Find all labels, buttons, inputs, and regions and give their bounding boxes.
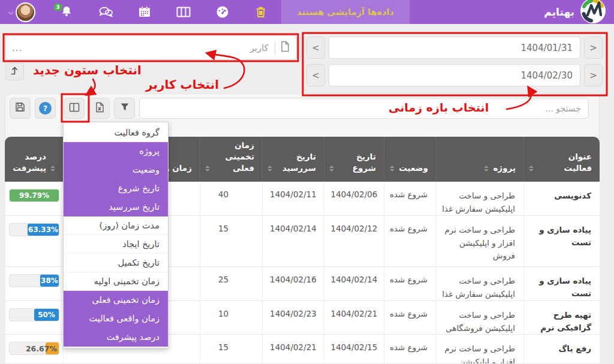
cell-status: شروع شده bbox=[384, 335, 436, 364]
sort-icon bbox=[205, 166, 210, 172]
progress-fill: 63.33% bbox=[28, 224, 59, 236]
progress-bar: 26.67% bbox=[9, 342, 59, 355]
column-menu-item[interactable]: زمان واقعی فعالیت bbox=[64, 309, 168, 328]
filter-icon bbox=[120, 103, 130, 114]
cell-title: پیاده سازی و تست bbox=[523, 216, 600, 266]
column-menu-item[interactable]: تاریخ تکمیل bbox=[64, 254, 168, 272]
calendar-icon bbox=[137, 5, 152, 19]
column-menu-item[interactable]: گروه فعالیت bbox=[64, 124, 168, 142]
board-button[interactable] bbox=[176, 5, 191, 19]
date-from-input[interactable] bbox=[329, 37, 580, 59]
progress-value: 50% bbox=[38, 311, 55, 319]
column-menu-item[interactable]: پروژه bbox=[64, 142, 168, 161]
cell-due_date: 1404/02/14 bbox=[262, 216, 324, 266]
filter-button[interactable] bbox=[114, 98, 135, 119]
column-header-title[interactable]: عنوان فعالیت bbox=[523, 137, 600, 182]
cell-title: کدنویسی bbox=[523, 182, 600, 215]
cell-progress: 50% bbox=[5, 301, 63, 335]
user-select-input[interactable] bbox=[22, 43, 269, 53]
sort-icon bbox=[267, 166, 272, 172]
column-header-progress[interactable]: درصد پیشرفت bbox=[5, 137, 63, 182]
date-to-input[interactable] bbox=[329, 64, 580, 86]
column-menu-item[interactable]: تاریخ شروع bbox=[64, 179, 168, 198]
demo-data-text: داده‌ها آزمایشی هستند bbox=[297, 7, 394, 17]
user-more-button[interactable]: ... bbox=[12, 43, 22, 53]
cell-current_estimate: 15 bbox=[200, 335, 262, 364]
column-header-start_date[interactable]: تاریخ شروع bbox=[324, 137, 384, 182]
date-from-row: < > bbox=[306, 37, 603, 59]
cell-project: طراحی و ساخت اپلیکیشن سفارش غذا bbox=[436, 182, 523, 215]
column-menu-item[interactable]: تاریخ ایجاد bbox=[64, 235, 168, 254]
cell-project: طراحی و ساخت اپلیکیشن سفارش غذا bbox=[436, 267, 523, 300]
column-menu-item[interactable]: وضعیت bbox=[64, 161, 168, 179]
save-layout-button[interactable] bbox=[10, 98, 31, 119]
progress-fill: 99.79% bbox=[10, 189, 59, 201]
columns-icon bbox=[69, 103, 80, 115]
cell-due_date: 1404/02/21 bbox=[262, 335, 324, 364]
column-header-label: تاریخ شروع bbox=[338, 151, 376, 174]
dashboard-button[interactable] bbox=[215, 5, 230, 19]
sort-icon bbox=[329, 166, 334, 172]
excel-file-icon bbox=[95, 102, 104, 115]
export-button[interactable] bbox=[5, 63, 24, 80]
column-header-label: زمان تخمینی فعلی bbox=[214, 140, 254, 174]
column-menu-item[interactable]: درصد پیشرفت bbox=[64, 328, 168, 347]
cell-status: شروع شده bbox=[384, 216, 436, 266]
search-input[interactable] bbox=[139, 98, 589, 119]
column-menu-item[interactable]: تاریخ سررسید bbox=[64, 198, 168, 216]
calendar-button[interactable] bbox=[137, 5, 152, 19]
columns-board-icon bbox=[176, 5, 191, 19]
cell-status: شروع شده bbox=[384, 267, 436, 300]
date-from-next-button[interactable]: > bbox=[584, 37, 603, 59]
help-button[interactable]: ? bbox=[35, 98, 56, 119]
app-window: ⌵ 3 bbox=[0, 0, 614, 364]
cell-project: طراحی و ساخت اپلیکیشن فروشگاهی bbox=[436, 301, 523, 335]
column-header-current_estimate[interactable]: زمان تخمینی فعلی bbox=[200, 137, 262, 182]
cell-start_date: 1404/02/12 bbox=[324, 216, 384, 266]
cell-title: رفع باگ bbox=[523, 335, 600, 364]
column-chooser-button[interactable] bbox=[64, 98, 85, 119]
app-header: ⌵ 3 bbox=[0, 0, 614, 24]
trash-icon bbox=[254, 5, 268, 19]
messages-button[interactable] bbox=[98, 5, 113, 19]
column-header-status[interactable]: وضعیت bbox=[384, 137, 436, 182]
column-header-label: درصد پیشرفت bbox=[10, 151, 46, 174]
date-to-prev-button[interactable]: < bbox=[306, 64, 325, 86]
cell-project: طراحی و ساخت نرم افزار و اپلیکیشن bbox=[436, 335, 523, 364]
progress-value: 38% bbox=[41, 276, 58, 285]
column-menu-item[interactable]: زمان تخمینی اولیه bbox=[64, 272, 168, 291]
trash-button[interactable] bbox=[254, 5, 268, 19]
cell-start_date: 1404/02/21 bbox=[324, 301, 384, 335]
user-picker[interactable]: ... bbox=[5, 35, 297, 60]
progress-bar: 63.33% bbox=[9, 223, 59, 236]
notifications-button[interactable]: 3 bbox=[59, 5, 74, 19]
cell-progress: 99.79% bbox=[5, 182, 63, 215]
date-from-prev-button[interactable]: < bbox=[306, 37, 325, 59]
export-excel-button[interactable] bbox=[89, 98, 110, 119]
bell-icon bbox=[59, 5, 74, 19]
gauge-icon bbox=[215, 5, 230, 19]
cell-status: شروع شده bbox=[384, 301, 436, 335]
chevron-down-icon: ⌵ bbox=[8, 8, 13, 16]
cell-progress: 63.33% bbox=[5, 216, 63, 266]
divider bbox=[275, 41, 275, 55]
column-menu-item[interactable]: زمان تخمینی فعلی bbox=[64, 291, 168, 309]
column-header-project[interactable]: پروژه bbox=[436, 137, 523, 182]
column-header-label: پروژه bbox=[493, 163, 516, 174]
progress-bar: 50% bbox=[9, 308, 59, 321]
cell-start_date: 1404/02/15 bbox=[324, 335, 384, 364]
column-header-label: وضعیت bbox=[399, 163, 428, 174]
column-header-due_date[interactable]: تاریخ سررسید bbox=[262, 137, 324, 182]
brand-name: بهتایم bbox=[544, 6, 574, 18]
cell-current_estimate: 25 bbox=[200, 267, 262, 300]
sort-icon bbox=[484, 166, 489, 172]
progress-value: 63.33% bbox=[28, 225, 58, 234]
progress-fill: 38% bbox=[40, 275, 59, 287]
cell-progress: 38% bbox=[5, 267, 63, 300]
user-avatar[interactable] bbox=[16, 2, 35, 22]
column-menu-item[interactable]: مدت زمان (روز) bbox=[64, 216, 168, 235]
progress-bar: 38% bbox=[9, 274, 59, 287]
document-icon bbox=[280, 41, 290, 55]
column-menu: گروه فعالیتپروژهوضعیتتاریخ شروعتاریخ سرر… bbox=[63, 122, 168, 348]
date-to-next-button[interactable]: > bbox=[584, 64, 603, 86]
